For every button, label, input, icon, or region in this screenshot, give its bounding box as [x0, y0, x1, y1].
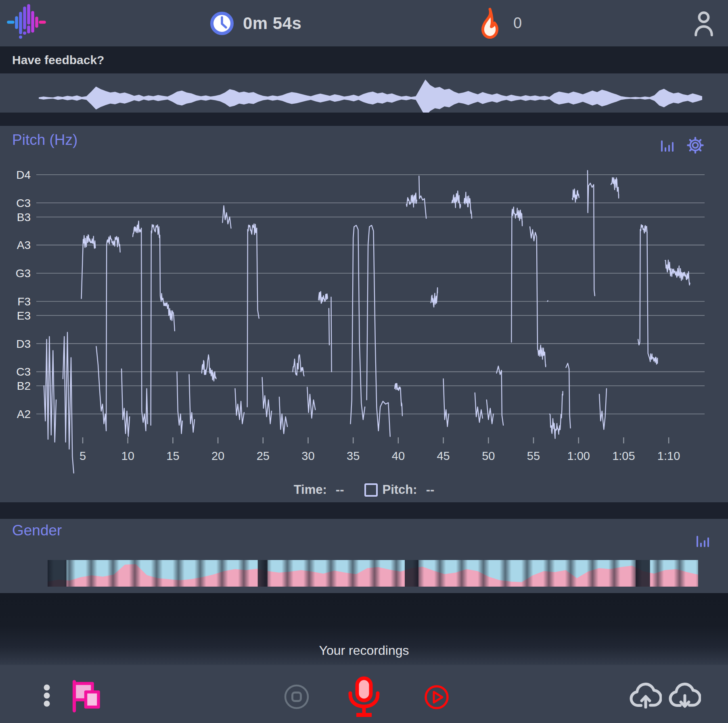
gender-title: Gender	[12, 522, 62, 539]
histogram-icon	[697, 536, 709, 547]
gender-gloss-overlay	[48, 560, 698, 587]
time-label: Time:	[294, 483, 327, 497]
pride-flag-icon	[74, 682, 98, 711]
recordings-section: Your recordings	[0, 593, 728, 665]
pitch-chart[interactable]: D4C3B3A3G3F3E3D3C3B2A2510152025303540455…	[0, 126, 728, 502]
svg-text:B3: B3	[17, 211, 31, 224]
waveform-graph	[0, 73, 728, 113]
play-icon	[426, 686, 448, 708]
svg-text:30: 30	[301, 449, 314, 462]
gender-chart	[48, 560, 698, 587]
play-button[interactable]	[423, 683, 450, 711]
cloud-download-icon	[670, 684, 700, 706]
svg-text:1:05: 1:05	[612, 449, 635, 462]
svg-text:1:00: 1:00	[567, 449, 590, 462]
cloud-upload-icon	[631, 684, 661, 707]
svg-text:5: 5	[79, 449, 86, 462]
svg-text:15: 15	[166, 449, 179, 462]
svg-text:10: 10	[121, 449, 134, 462]
stop-button[interactable]	[282, 683, 311, 711]
feedback-link[interactable]: Have feedback?	[0, 46, 728, 73]
pitch-marker-checkbox[interactable]	[364, 483, 378, 497]
stop-icon	[285, 685, 308, 708]
svg-text:25: 25	[257, 449, 270, 462]
download-button[interactable]	[669, 683, 701, 708]
pitch-value: --	[426, 483, 435, 497]
record-button[interactable]	[346, 676, 382, 718]
session-timer: 0m 54s	[209, 0, 301, 46]
svg-text:B2: B2	[17, 380, 31, 392]
svg-text:E3: E3	[17, 309, 31, 322]
svg-text:D3: D3	[16, 338, 31, 350]
pitch-panel: Pitch (Hz) D4C3B3A3G3F3E3D3C3B2A25101520…	[0, 126, 728, 502]
toolbar	[0, 665, 728, 723]
pitch-label: Pitch:	[383, 483, 417, 497]
svg-text:1:10: 1:10	[657, 449, 680, 462]
menu-button[interactable]	[40, 684, 54, 707]
time-value: --	[336, 483, 344, 497]
clock-icon	[209, 10, 235, 36]
svg-text:45: 45	[437, 449, 450, 462]
svg-text:C3: C3	[16, 197, 31, 209]
pride-flag-button[interactable]	[69, 679, 103, 713]
microphone-icon	[350, 678, 378, 715]
feedback-label: Have feedback?	[12, 53, 104, 67]
svg-text:C3: C3	[16, 366, 31, 378]
profile-button[interactable]	[693, 10, 714, 36]
svg-text:D4: D4	[16, 169, 31, 181]
recordings-title: Your recordings	[0, 643, 728, 658]
svg-text:G3: G3	[16, 267, 31, 280]
svg-text:F3: F3	[17, 295, 31, 308]
svg-text:A2: A2	[17, 408, 31, 420]
gender-histogram-button[interactable]	[696, 534, 710, 548]
person-icon	[699, 13, 709, 22]
svg-text:35: 35	[347, 449, 360, 462]
svg-text:20: 20	[211, 449, 224, 462]
gender-panel: Gender	[0, 519, 728, 593]
svg-text:55: 55	[527, 449, 540, 462]
flame-icon	[479, 7, 501, 40]
svg-text:50: 50	[482, 449, 495, 462]
svg-text:A3: A3	[17, 239, 31, 251]
hover-status-row: Time: -- Pitch: --	[0, 479, 728, 500]
header: 0m 54s 0	[0, 0, 728, 46]
upload-button[interactable]	[630, 683, 662, 708]
streak-counter: 0	[479, 0, 522, 46]
streak-value: 0	[513, 15, 522, 32]
timer-value: 0m 54s	[243, 14, 301, 33]
app-logo[interactable]	[6, 2, 46, 43]
waveform-display[interactable]	[0, 73, 728, 113]
svg-text:40: 40	[392, 449, 405, 462]
kebab-menu-icon	[44, 685, 50, 707]
